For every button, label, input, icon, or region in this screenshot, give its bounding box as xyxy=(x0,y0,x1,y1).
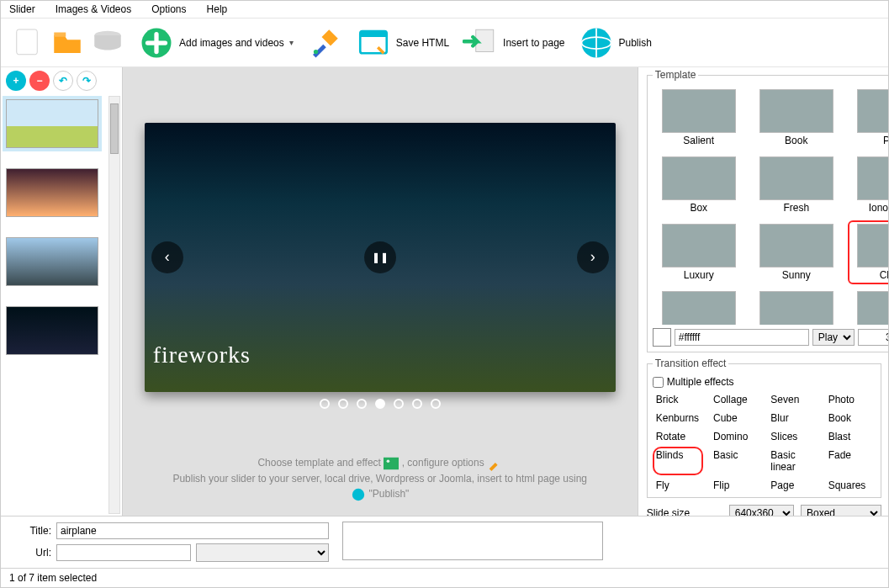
description-textarea[interactable] xyxy=(342,522,603,560)
menu-help[interactable]: Help xyxy=(207,3,228,15)
slide-caption: fireworks xyxy=(153,342,251,368)
title-label: Title: xyxy=(9,525,51,537)
wrench-icon xyxy=(487,456,502,471)
transition-basic[interactable]: Basic xyxy=(710,447,760,475)
publish-button[interactable]: Publish xyxy=(579,25,652,61)
speed-input[interactable] xyxy=(858,329,888,346)
svg-point-12 xyxy=(352,489,364,501)
preview-area: ‹ › ❚❚ fireworks Choose template and eff… xyxy=(123,67,638,516)
slide-size-select[interactable]: 640x360 xyxy=(729,505,794,516)
transition-fly[interactable]: Fly xyxy=(653,477,703,492)
svg-rect-0 xyxy=(17,29,38,55)
transition-page[interactable]: Page xyxy=(767,477,818,492)
svg-point-11 xyxy=(387,460,390,464)
right-panel: Template SalientBookPureBoxFreshIonosphe… xyxy=(638,67,888,516)
thumb-1[interactable] xyxy=(6,99,98,148)
bottom-bar: Title: Url: xyxy=(1,516,888,568)
transition-collage[interactable]: Collage xyxy=(710,391,760,408)
template-legend: Template xyxy=(653,69,699,81)
transition-domino[interactable]: Domino xyxy=(710,428,760,445)
color-input[interactable] xyxy=(675,329,809,346)
rotate-right-button[interactable]: ↷ xyxy=(77,71,97,91)
animation-select[interactable]: Play xyxy=(812,329,855,346)
transition-photo[interactable]: Photo xyxy=(825,391,876,408)
template-luxury[interactable]: Luxury xyxy=(653,220,745,284)
pause-icon[interactable]: ❚❚ xyxy=(364,241,396,273)
url-target-select[interactable] xyxy=(196,543,329,562)
open-project-icon[interactable] xyxy=(50,24,85,61)
publish-label: Publish xyxy=(619,37,652,49)
next-arrow-icon[interactable]: › xyxy=(577,241,609,273)
menu-slider[interactable]: Slider xyxy=(9,3,35,15)
transition-grid: BrickCollageSevenPhotoKenburnsCubeBlurBo… xyxy=(653,391,876,492)
transition-blast[interactable]: Blast xyxy=(825,428,876,445)
add-images-button[interactable]: Add images and videos ▾ xyxy=(139,25,294,61)
template-sunny[interactable]: Sunny xyxy=(750,220,843,284)
transition-basic-linear[interactable]: Basic linear xyxy=(767,447,818,475)
thumb-2[interactable] xyxy=(6,168,98,217)
template-grid[interactable]: SalientBookPureBoxFreshIonosphereLuxuryS… xyxy=(653,86,888,325)
template-ionosphere[interactable]: Ionosphere xyxy=(848,153,888,217)
thumb-4[interactable] xyxy=(6,306,98,355)
template-gothic[interactable]: Gothic xyxy=(750,288,843,325)
thumb-3[interactable] xyxy=(6,237,98,286)
multiple-effects-check[interactable]: Multiple effects xyxy=(653,376,876,388)
toolbar: Add images and videos ▾ Save HTML Insert… xyxy=(1,19,888,67)
transition-blur[interactable]: Blur xyxy=(767,410,818,426)
menubar: Slider Images & Videos Options Help xyxy=(1,1,888,19)
transition-book[interactable]: Book xyxy=(825,410,876,426)
transition-fade[interactable]: Fade xyxy=(825,447,876,475)
transition-rotate[interactable]: Rotate xyxy=(653,428,703,445)
template-premium[interactable]: Premium xyxy=(653,288,745,325)
template-chess[interactable]: Chess xyxy=(848,220,888,284)
prev-arrow-icon[interactable]: ‹ xyxy=(151,241,183,273)
slide-dots[interactable] xyxy=(145,399,616,409)
add-slide-button[interactable]: + xyxy=(6,71,26,91)
status-text: 1 of 7 item selected xyxy=(9,572,97,584)
template-fieldset: Template SalientBookPureBoxFreshIonosphe… xyxy=(647,69,888,352)
remove-slide-button[interactable]: − xyxy=(29,71,50,91)
transition-brick[interactable]: Brick xyxy=(653,391,703,408)
transition-legend: Transition effect xyxy=(653,358,729,369)
save-html-label: Save HTML xyxy=(396,37,449,49)
drive-icon[interactable] xyxy=(90,24,125,61)
svg-point-4 xyxy=(314,49,318,53)
template-salient[interactable]: Salient xyxy=(653,86,745,150)
sidebar: + − ↶ ↷ xyxy=(1,67,123,516)
help-text: Choose template and effect , configure o… xyxy=(123,447,638,516)
picture-icon xyxy=(384,456,399,471)
transition-slices[interactable]: Slices xyxy=(767,428,818,445)
transition-seven[interactable]: Seven xyxy=(767,391,818,408)
transition-flip[interactable]: Flip xyxy=(710,477,760,492)
menu-options[interactable]: Options xyxy=(151,3,186,15)
slide-mode-select[interactable]: Boxed xyxy=(801,505,881,516)
rotate-left-button[interactable]: ↶ xyxy=(53,71,73,91)
template-pure[interactable]: Pure xyxy=(848,86,888,150)
thumb-list xyxy=(1,94,122,360)
svg-rect-6 xyxy=(360,31,387,37)
slide-preview: ‹ › ❚❚ fireworks xyxy=(145,123,616,392)
color-swatch[interactable] xyxy=(653,328,671,347)
main: + − ↶ ↷ ‹ › ❚❚ fireworks xyxy=(1,67,888,516)
transition-squares[interactable]: Squares xyxy=(825,477,876,492)
template-book[interactable]: Book xyxy=(750,86,843,150)
new-project-icon[interactable] xyxy=(9,24,45,61)
slide-size-row: Slide size 640x360 Boxed xyxy=(647,505,881,516)
transition-blinds[interactable]: Blinds xyxy=(653,447,703,475)
title-input[interactable] xyxy=(56,522,329,539)
tools-icon[interactable] xyxy=(307,25,342,61)
globe-icon xyxy=(351,487,366,502)
transition-kenburns[interactable]: Kenburns xyxy=(653,410,703,426)
url-input[interactable] xyxy=(56,544,191,561)
template-fresh[interactable]: Fresh xyxy=(750,153,843,217)
transition-cube[interactable]: Cube xyxy=(710,410,760,426)
svg-rect-1 xyxy=(54,33,66,37)
add-images-label: Add images and videos xyxy=(179,37,284,49)
save-html-button[interactable]: Save HTML xyxy=(356,25,449,61)
thumb-scrollbar[interactable] xyxy=(108,96,120,514)
menu-images-videos[interactable]: Images & Videos xyxy=(56,3,132,15)
transition-fieldset: Transition effect Multiple effects Brick… xyxy=(647,358,881,498)
template-metro[interactable]: Metro xyxy=(848,288,888,325)
template-box[interactable]: Box xyxy=(653,153,745,217)
insert-to-page-button[interactable]: Insert to page xyxy=(463,25,564,61)
